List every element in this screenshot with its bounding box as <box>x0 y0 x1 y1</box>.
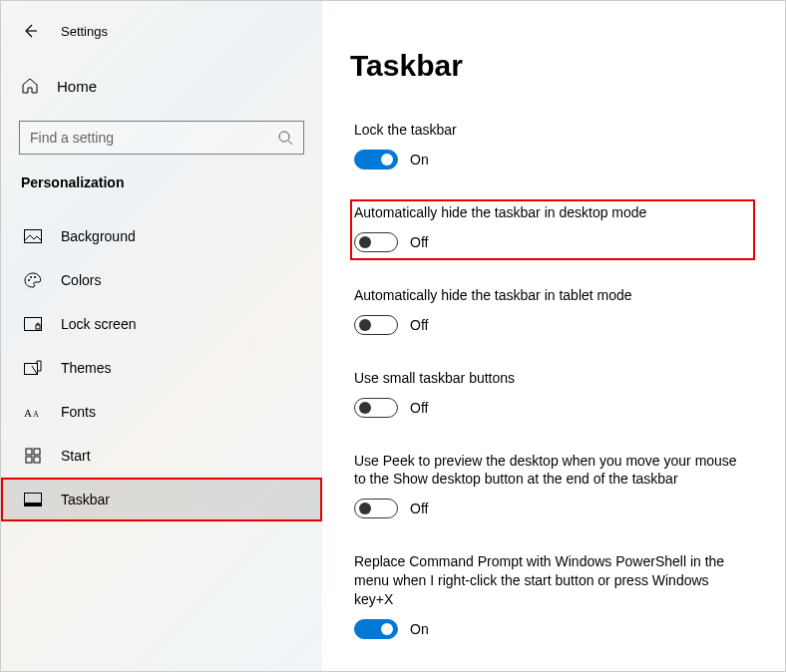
svg-rect-11 <box>34 449 40 455</box>
taskbar-icon <box>23 490 43 509</box>
search-input[interactable] <box>30 130 277 146</box>
back-icon[interactable] <box>21 22 39 40</box>
sidebar-item-start[interactable]: Start <box>1 434 322 478</box>
setting-small-buttons: Use small taskbar buttons Off <box>350 365 755 426</box>
toggle-autohide-desktop[interactable] <box>354 232 398 252</box>
sidebar-item-label: Background <box>61 228 136 244</box>
sidebar-item-label: Themes <box>61 360 112 376</box>
sidebar-item-taskbar[interactable]: Taskbar <box>1 478 322 521</box>
setting-label: Use Peek to preview the desktop when you… <box>354 452 747 490</box>
svg-rect-15 <box>25 503 42 506</box>
setting-show-badges: Show badges on taskbar buttons On <box>350 669 755 671</box>
home-button[interactable]: Home <box>1 73 322 99</box>
setting-autohide-tablet: Automatically hide the taskbar in tablet… <box>350 282 755 343</box>
sidebar-item-label: Start <box>61 448 91 464</box>
setting-powershell: Replace Command Prompt with Windows Powe… <box>350 548 755 647</box>
start-icon <box>23 446 43 466</box>
sidebar-item-background[interactable]: Background <box>1 214 322 258</box>
toggle-autohide-tablet[interactable] <box>354 315 398 335</box>
sidebar-item-label: Taskbar <box>61 492 110 507</box>
setting-label: Use small taskbar buttons <box>354 369 747 388</box>
setting-lock-taskbar: Lock the taskbar On <box>350 117 755 177</box>
toggle-state: Off <box>410 400 428 416</box>
search-icon <box>277 130 293 146</box>
toggle-state: On <box>410 621 429 637</box>
home-label: Home <box>57 78 97 95</box>
titlebar-row: Settings <box>1 17 322 45</box>
toggle-lock-taskbar[interactable] <box>354 150 398 169</box>
setting-label: Lock the taskbar <box>354 121 747 140</box>
svg-rect-13 <box>34 457 40 463</box>
toggle-state: On <box>410 152 429 168</box>
svg-rect-12 <box>26 457 32 463</box>
themes-icon <box>23 358 43 378</box>
svg-point-4 <box>34 276 36 278</box>
page-title: Taskbar <box>350 49 755 83</box>
setting-use-peek: Use Peek to preview the desktop when you… <box>350 448 755 527</box>
sidebar-item-lockscreen[interactable]: Lock screen <box>1 302 322 346</box>
svg-rect-1 <box>25 230 42 243</box>
sidebar: Settings Home Personalization Background… <box>1 1 322 671</box>
toggle-state: Off <box>410 317 428 333</box>
content-pane: Taskbar Lock the taskbar On Automaticall… <box>322 1 785 671</box>
fonts-icon: AA <box>23 402 43 422</box>
sidebar-item-label: Lock screen <box>61 316 136 332</box>
sidebar-item-label: Fonts <box>61 404 96 420</box>
svg-rect-7 <box>25 364 38 375</box>
setting-label: Automatically hide the taskbar in deskto… <box>354 203 747 222</box>
setting-autohide-desktop: Automatically hide the taskbar in deskto… <box>350 199 755 260</box>
toggle-small-buttons[interactable] <box>354 398 398 418</box>
toggle-use-peek[interactable] <box>354 499 398 518</box>
toggle-powershell[interactable] <box>354 619 398 639</box>
sidebar-item-label: Colors <box>61 272 101 288</box>
search-box[interactable] <box>19 121 304 155</box>
lockscreen-icon <box>23 314 43 334</box>
sidebar-item-themes[interactable]: Themes <box>1 346 322 390</box>
svg-rect-10 <box>26 449 32 455</box>
svg-point-3 <box>30 276 32 278</box>
sidebar-item-colors[interactable]: Colors <box>1 258 322 302</box>
sidebar-item-fonts[interactable]: AA Fonts <box>1 390 322 434</box>
svg-text:A: A <box>24 407 32 419</box>
palette-icon <box>23 270 43 290</box>
home-icon <box>21 77 39 95</box>
settings-window: Settings Home Personalization Background… <box>1 1 785 671</box>
svg-text:A: A <box>33 410 39 419</box>
picture-icon <box>23 226 43 246</box>
svg-point-0 <box>279 132 289 142</box>
toggle-state: Off <box>410 501 428 516</box>
toggle-state: Off <box>410 234 428 250</box>
svg-rect-6 <box>36 325 40 329</box>
setting-label: Automatically hide the taskbar in tablet… <box>354 286 747 305</box>
nav-list: Background Colors Lock screen Themes AA … <box>1 214 322 521</box>
app-title: Settings <box>61 24 108 39</box>
svg-point-2 <box>28 279 30 281</box>
section-header: Personalization <box>1 174 322 190</box>
setting-label: Replace Command Prompt with Windows Powe… <box>354 552 747 609</box>
